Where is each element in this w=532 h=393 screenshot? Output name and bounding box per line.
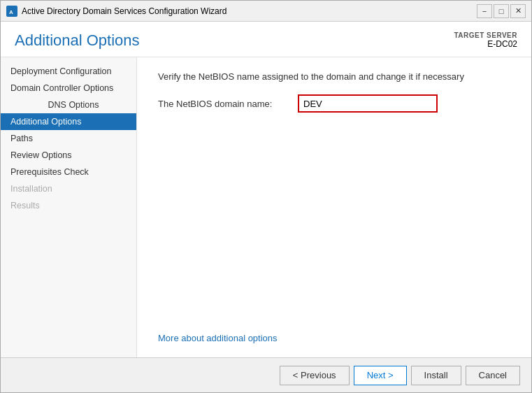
instruction-text: Verify the NetBIOS name assigned to the … [158,71,510,82]
window-title: Active Directory Domain Services Configu… [22,6,227,16]
main-window: A Active Directory Domain Services Confi… [0,0,532,393]
sidebar-item-paths[interactable]: Paths [1,130,136,147]
sidebar-item-additional-options[interactable]: Additional Options [1,113,136,130]
header-bar: Additional Options TARGET SERVER E-DC02 [1,22,531,57]
install-button[interactable]: Install [411,366,461,385]
minimize-button[interactable]: − [477,4,492,18]
target-server-name: E-DC02 [454,39,517,49]
target-server-label: TARGET SERVER [454,31,517,39]
netbios-input[interactable] [298,94,438,113]
target-server-info: TARGET SERVER E-DC02 [454,31,517,49]
netbios-row: The NetBIOS domain name: [158,94,510,113]
sidebar-item-results: Results [1,197,136,214]
content-area: Deployment Configuration Domain Controll… [1,57,531,357]
app-icon: A [6,6,17,17]
more-info-link[interactable]: More about additional options [158,333,278,343]
page-title: Additional Options [15,31,140,50]
sidebar-item-deployment[interactable]: Deployment Configuration [1,63,136,80]
netbios-label: The NetBIOS domain name: [158,99,298,109]
title-bar: A Active Directory Domain Services Confi… [1,1,531,22]
title-bar-left: A Active Directory Domain Services Confi… [6,6,227,17]
next-button[interactable]: Next > [354,366,407,385]
sidebar: Deployment Configuration Domain Controll… [1,57,137,357]
main-panel: Verify the NetBIOS name assigned to the … [137,57,531,357]
cancel-button[interactable]: Cancel [466,366,520,385]
sidebar-item-review[interactable]: Review Options [1,147,136,164]
title-controls: − □ ✕ [477,4,526,18]
close-button[interactable]: ✕ [510,4,526,18]
svg-text:A: A [9,9,13,15]
sidebar-item-installation: Installation [1,180,136,197]
footer: < Previous Next > Install Cancel [1,357,531,392]
link-area: More about additional options [158,319,510,343]
sidebar-item-dns-options[interactable]: DNS Options [1,97,136,113]
maximize-button[interactable]: □ [494,4,509,18]
sidebar-item-prereqs[interactable]: Prerequisites Check [1,164,136,180]
previous-button[interactable]: < Previous [280,366,350,385]
sidebar-item-dc-options[interactable]: Domain Controller Options [1,80,136,97]
